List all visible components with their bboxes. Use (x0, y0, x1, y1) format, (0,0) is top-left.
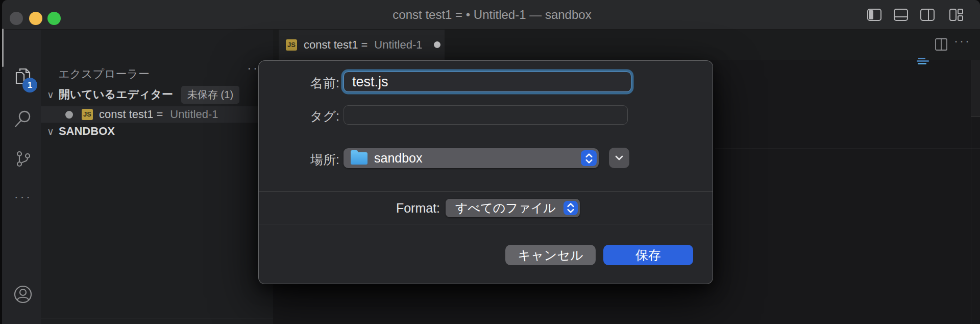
outline-label: アウトライン (55, 322, 124, 324)
tab-file-name: Untitled-1 (374, 38, 422, 52)
customize-layout-icon[interactable] (948, 7, 964, 22)
toggle-primary-sidebar-icon[interactable] (867, 7, 882, 22)
open-editor-item[interactable]: JS const test1 = Untitled-1 (41, 106, 264, 123)
format-dropdown[interactable]: すべてのファイル (446, 199, 580, 217)
minimap-code-line (918, 58, 925, 59)
split-editor-icon[interactable] (934, 37, 948, 52)
outline-section-header[interactable]: › アウトライン (41, 318, 273, 324)
expand-dialog-button[interactable] (609, 148, 629, 168)
location-value: sandbox (374, 151, 423, 166)
chevron-down-icon: ∨ (47, 126, 54, 137)
close-window-button[interactable] (10, 12, 23, 25)
source-control-icon[interactable] (13, 149, 33, 169)
explorer-sidebar: エクスプローラー ··· ∨ 開いているエディター 未保存 (1) JS con… (41, 30, 273, 324)
activity-bar: 1 ··· (2, 30, 41, 324)
modified-dot-icon (65, 111, 73, 119)
more-views-icon[interactable]: ··· (13, 189, 33, 210)
location-dropdown[interactable]: sandbox (344, 148, 599, 168)
minimap-code-line (917, 60, 929, 62)
editor-more-actions-icon[interactable]: ··· (954, 34, 971, 48)
format-value: すべてのファイル (455, 200, 556, 216)
filename-input[interactable] (344, 72, 631, 92)
editor-shadow-line (715, 148, 980, 149)
where-label: 場所: (263, 151, 339, 168)
tab-title: const test1 = (304, 38, 368, 52)
javascript-file-icon: JS (82, 109, 93, 120)
folder-icon (351, 152, 368, 165)
open-editors-label: 開いているエディター (59, 87, 173, 102)
modified-dot-icon[interactable] (434, 41, 440, 48)
unsaved-count-badge: 1 (22, 78, 37, 92)
open-file-name: Untitled-1 (170, 108, 218, 121)
toggle-panel-icon[interactable] (893, 7, 909, 22)
divider (259, 191, 713, 192)
save-dialog: 名前: タグ: 場所: sandbox Format: すべてのファイル (258, 60, 713, 284)
title-bar: const test1 = • Untitled-1 — sandbox (2, 0, 980, 30)
vscode-window: const test1 = • Untitled-1 — sandbox 1 (2, 0, 980, 324)
minimap-code-line (918, 63, 926, 64)
cancel-button[interactable]: キャンセル (505, 245, 596, 265)
account-icon[interactable] (13, 284, 33, 305)
open-editors-section-header[interactable]: ∨ 開いているエディター 未保存 (1) (47, 85, 272, 104)
format-stepper-icon (564, 201, 578, 215)
search-icon[interactable] (13, 108, 33, 129)
maximize-window-button[interactable] (47, 12, 61, 25)
scrollbar-slider[interactable] (971, 60, 980, 117)
javascript-file-icon: JS (286, 39, 297, 51)
sandbox-section-label: SANDBOX (59, 125, 115, 138)
explorer-title: エクスプローラー (58, 66, 150, 82)
toggle-secondary-sidebar-icon[interactable] (920, 7, 935, 22)
minimize-window-button[interactable] (29, 12, 42, 25)
tags-input[interactable] (344, 105, 628, 125)
folder-section-header[interactable]: ∨ SANDBOX (47, 125, 115, 138)
divider (259, 224, 713, 224)
tags-label: タグ: (263, 108, 339, 125)
window-title: const test1 = • Untitled-1 — sandbox (237, 0, 747, 30)
editor-tab-bar: JS const test1 = Untitled-1 ··· (273, 30, 980, 60)
save-button[interactable]: 保存 (603, 245, 693, 265)
open-file-title: const test1 = (99, 108, 163, 121)
chevron-down-icon: ∨ (47, 89, 54, 101)
format-label: Format: (363, 201, 440, 216)
location-stepper-icon (581, 150, 597, 166)
window-edge-highlight (2, 29, 4, 67)
name-label: 名前: (263, 75, 339, 91)
unsaved-badge: 未保存 (1) (181, 86, 239, 104)
editor-tab[interactable]: JS const test1 = Untitled-1 (279, 30, 445, 60)
